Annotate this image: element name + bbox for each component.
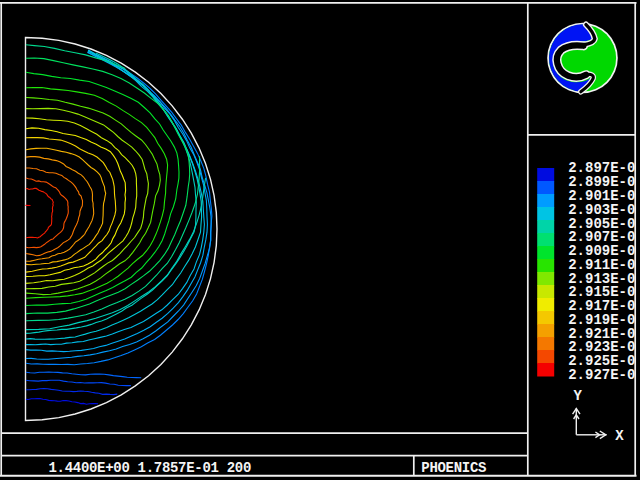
svg-text:X: X [615, 428, 624, 444]
svg-text:1.4400E+00 1.7857E-01 200: 1.4400E+00 1.7857E-01 200 [49, 460, 252, 476]
svg-text:PHOENICS: PHOENICS [421, 460, 486, 476]
svg-text:Y: Y [573, 388, 582, 404]
svg-text:2.927E-0: 2.927E-0 [568, 367, 635, 383]
